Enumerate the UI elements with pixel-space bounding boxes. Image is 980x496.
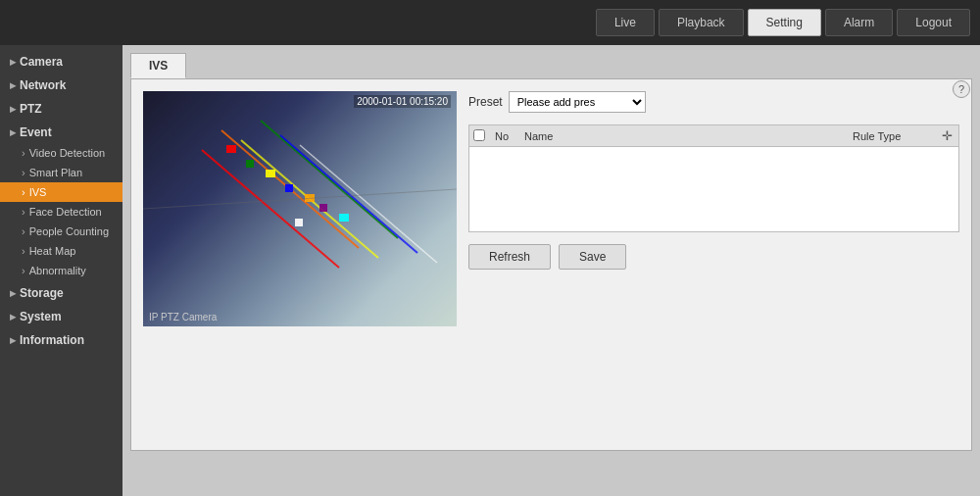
col-name: Name [518, 125, 847, 147]
svg-rect-11 [319, 204, 327, 212]
svg-rect-7 [246, 160, 254, 168]
sidebar-item-heat-map[interactable]: Heat Map [0, 241, 122, 261]
nav-alarm-button[interactable]: Alarm [825, 9, 893, 36]
sidebar-item-smart-plan[interactable]: Smart Plan [0, 163, 122, 182]
sidebar-item-video-detection[interactable]: Video Detection [0, 143, 122, 163]
tab-ivs[interactable]: IVS [130, 53, 186, 78]
nav-logout-button[interactable]: Logout [897, 9, 970, 36]
svg-rect-8 [266, 170, 275, 177]
content-wrapper: 2000-01-01 00:15:20 IP PTZ Camera Preset… [130, 78, 972, 451]
svg-rect-6 [226, 145, 236, 153]
col-no: No [489, 125, 518, 147]
svg-line-3 [261, 121, 398, 238]
sidebar-section-information[interactable]: Information [0, 327, 122, 351]
sidebar-section-event[interactable]: Event [0, 120, 122, 143]
nav-live-button[interactable]: Live [596, 9, 655, 36]
sidebar-item-people-counting[interactable]: People Counting [0, 222, 122, 241]
preset-select[interactable]: Please add pres [509, 91, 646, 113]
svg-rect-12 [339, 214, 349, 222]
sidebar-section-storage[interactable]: Storage [0, 280, 122, 304]
svg-line-14 [143, 189, 457, 209]
sidebar: Camera Network PTZ Event Video Detection… [0, 45, 122, 496]
layout: Camera Network PTZ Event Video Detection… [0, 45, 980, 496]
camera-overlay [143, 91, 457, 326]
sidebar-section-ptz[interactable]: PTZ [0, 96, 122, 120]
add-rule-button[interactable]: ✛ [935, 125, 958, 147]
refresh-button[interactable]: Refresh [468, 244, 551, 270]
right-panel: Preset Please add pres [468, 91, 959, 438]
sidebar-item-face-detection[interactable]: Face Detection [0, 202, 122, 222]
svg-rect-9 [285, 184, 293, 192]
topbar: Live Playback Setting Alarm Logout [0, 0, 980, 45]
preset-row: Preset Please add pres [468, 91, 959, 113]
svg-rect-13 [295, 219, 303, 226]
sidebar-item-abnormality[interactable]: Abnormality [0, 261, 122, 280]
help-icon[interactable]: ? [953, 80, 970, 98]
camera-label: IP PTZ Camera [149, 312, 217, 322]
sidebar-section-network[interactable]: Network [0, 73, 122, 96]
nav-playback-button[interactable]: Playback [659, 9, 744, 36]
main-content: IVS [122, 45, 980, 496]
sidebar-item-ivs[interactable]: IVS [0, 182, 122, 202]
nav-setting-button[interactable]: Setting [748, 9, 821, 36]
table-header-checkbox[interactable] [473, 129, 485, 141]
sidebar-section-camera[interactable]: Camera [0, 49, 122, 73]
col-rule-type: Rule Type [847, 125, 935, 147]
sidebar-section-system[interactable]: System [0, 304, 122, 327]
ivs-table: No Name Rule Type ✛ [468, 124, 959, 232]
preset-label: Preset [468, 95, 503, 109]
button-row: Refresh Save [468, 244, 959, 270]
camera-preview: 2000-01-01 00:15:20 IP PTZ Camera [143, 91, 457, 326]
save-button[interactable]: Save [559, 244, 626, 270]
tab-bar: IVS [130, 53, 972, 78]
camera-timestamp: 2000-01-01 00:15:20 [354, 95, 451, 108]
content-panel: 2000-01-01 00:15:20 IP PTZ Camera Preset… [130, 78, 972, 451]
